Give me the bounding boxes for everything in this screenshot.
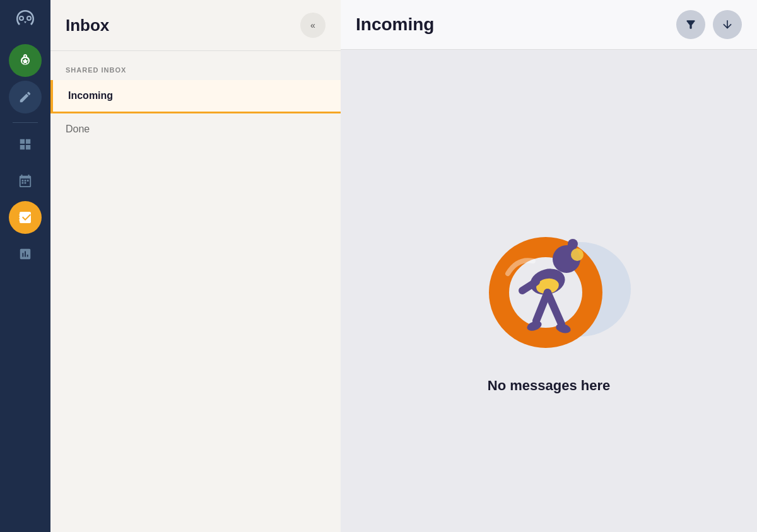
app-logo: [11, 6, 39, 34]
sidebar-title: Inbox: [66, 16, 109, 35]
nav-item-planner[interactable]: [9, 165, 42, 197]
nav-item-analytics[interactable]: [9, 238, 42, 270]
sidebar-header: Inbox «: [50, 0, 341, 51]
svg-rect-7: [27, 180, 29, 182]
svg-point-3: [20, 17, 23, 20]
nav-item-inbox[interactable]: [9, 201, 42, 234]
nav-item-dashboard[interactable]: [9, 128, 42, 161]
svg-rect-9: [25, 182, 26, 184]
inbox-item-incoming[interactable]: Incoming: [50, 80, 341, 113]
left-navigation: [0, 0, 50, 532]
sidebar-panel: Inbox « SHARED INBOX Incoming Done: [50, 0, 341, 532]
inbox-item-done[interactable]: Done: [50, 113, 341, 146]
main-body: No messages here: [341, 50, 757, 532]
header-actions: [676, 10, 742, 39]
empty-state-message: No messages here: [488, 378, 610, 394]
svg-rect-8: [22, 182, 24, 184]
empty-state-illustration: [454, 188, 643, 365]
nav-item-compose[interactable]: [9, 81, 42, 113]
nav-item-rewards[interactable]: [9, 44, 42, 77]
svg-point-23: [571, 248, 584, 261]
section-label: SHARED INBOX: [50, 51, 341, 80]
svg-point-4: [28, 17, 30, 20]
collapse-button[interactable]: «: [300, 13, 326, 38]
inbox-item-incoming-label: Incoming: [68, 90, 113, 101]
page-title: Incoming: [356, 14, 434, 35]
sort-button[interactable]: [713, 10, 742, 39]
svg-rect-5: [22, 180, 24, 182]
inbox-item-done-label: Done: [66, 124, 90, 134]
main-content: Incoming: [341, 0, 757, 532]
svg-point-17: [568, 239, 578, 249]
filter-button[interactable]: [676, 10, 705, 39]
nav-divider: [13, 122, 38, 123]
svg-rect-6: [25, 180, 26, 182]
main-header: Incoming: [341, 0, 757, 50]
